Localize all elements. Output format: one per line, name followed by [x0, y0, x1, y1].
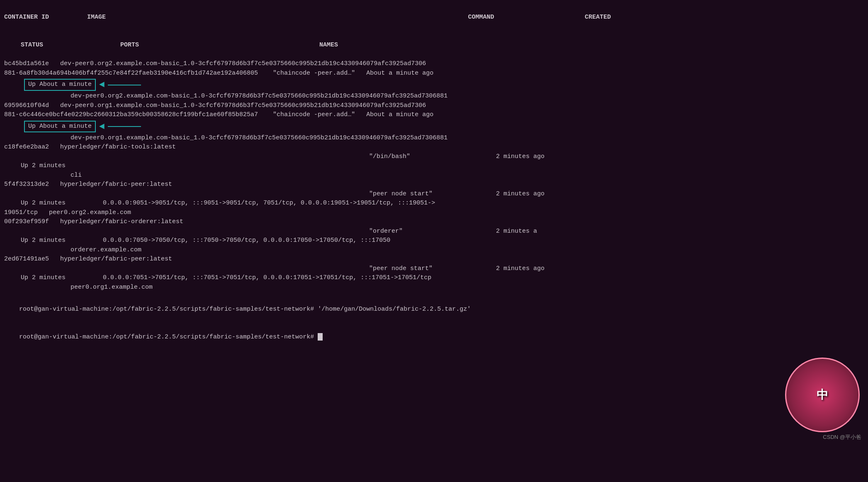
watermark-label: CSDN @平小爸: [823, 433, 861, 441]
prompt-line-1: root@gan-virtual-machine:/opt/fabric-2.2…: [4, 295, 864, 324]
arrow-line-2: [108, 126, 141, 127]
col-status: STATUS: [4, 41, 120, 50]
arrow-2: ◄: [99, 120, 105, 134]
arrow-1: ◄: [99, 78, 105, 92]
col-names: NAMES: [319, 41, 338, 49]
col-image: IMAGE: [87, 13, 377, 22]
container-row-6: 2ed671491ae5 hyperledger/fabric-peer:lat…: [4, 255, 864, 292]
arrow-line-1: [108, 85, 141, 85]
terminal: CONTAINER IDIMAGECOMMANDCREATED STATUSPO…: [0, 0, 868, 355]
terminal-cursor: [318, 333, 323, 341]
header-row-2: STATUSPORTSNAMES: [4, 32, 864, 60]
watermark-character: 中: [817, 387, 828, 404]
container-row-2: 69596610f04d dev-peer0.org1.example.com-…: [4, 101, 864, 143]
status-badge-2: Up About a minute: [24, 121, 96, 133]
col-container: CONTAINER ID: [4, 13, 87, 22]
header-row-1: CONTAINER IDIMAGECOMMANDCREATED: [4, 3, 864, 32]
container-row-5: 00f293ef959f hyperledger/fabric-orderer:…: [4, 217, 864, 255]
col-created: CREATED: [585, 13, 627, 22]
prompt-line-2: root@gan-virtual-machine:/opt/fabric-2.2…: [4, 324, 864, 352]
col-command: COMMAND: [377, 13, 585, 22]
container-row-3: c18fe6e2baa2 hyperledger/fabric-tools:la…: [4, 143, 864, 180]
status-badge-1: Up About a minute: [24, 79, 96, 91]
container-row-4: 5f4f32313de2 hyperledger/fabric-peer:lat…: [4, 180, 864, 217]
watermark-avatar: 中: [785, 358, 860, 432]
col-ports: PORTS: [120, 41, 319, 50]
container-row-1: bc45bd1a561e dev-peer0.org2.example.com-…: [4, 59, 864, 101]
